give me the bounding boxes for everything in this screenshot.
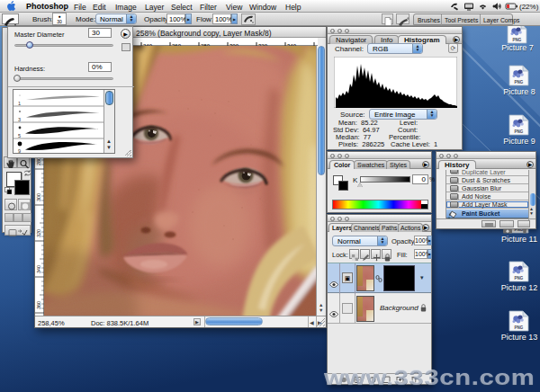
svg-text:Picture 12: Picture 12 [501, 283, 538, 292]
svg-text:320: 320 [36, 229, 41, 237]
svg-text:280: 280 [36, 157, 41, 165]
svg-text:9: 9 [18, 148, 21, 153]
svg-text:340: 340 [36, 265, 41, 273]
svg-text:Picture 9: Picture 9 [503, 137, 536, 146]
svg-text:300: 300 [36, 193, 41, 201]
svg-text:360: 360 [36, 301, 41, 309]
svg-text:3: 3 [18, 117, 21, 122]
svg-text:Picture 11: Picture 11 [501, 235, 537, 244]
svg-text:Picture 13: Picture 13 [501, 333, 538, 342]
svg-text:5: 5 [18, 133, 21, 138]
svg-text:Picture 7: Picture 7 [501, 43, 534, 52]
svg-text:1: 1 [18, 101, 21, 106]
svg-text:Picture 8: Picture 8 [503, 87, 536, 96]
